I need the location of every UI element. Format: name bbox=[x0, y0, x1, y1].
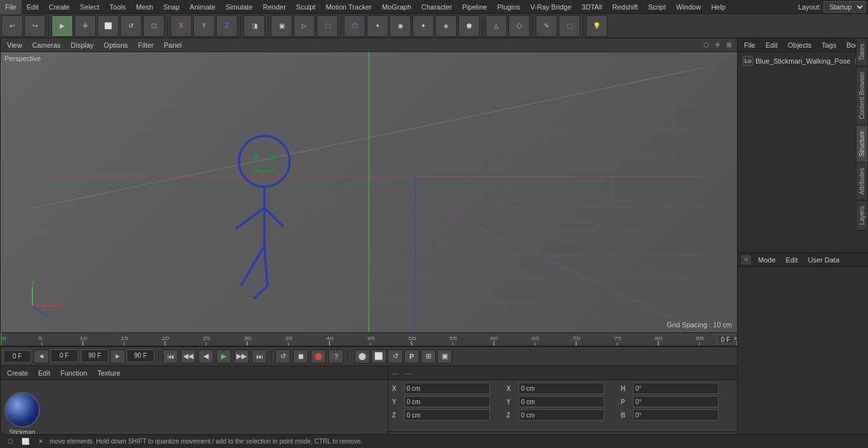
loop-button[interactable]: ↺ bbox=[275, 350, 290, 363]
coord-y-size-input[interactable] bbox=[519, 396, 604, 407]
vp-menu-panel[interactable]: Panel bbox=[161, 41, 184, 49]
play-backward-button[interactable]: ◀ bbox=[198, 350, 214, 363]
obj-menu-file[interactable]: File bbox=[742, 41, 758, 49]
obj-menu-objects[interactable]: Objects bbox=[785, 41, 814, 49]
layout-select[interactable]: Startup bbox=[824, 1, 865, 13]
menu-item-simulate[interactable]: Simulate bbox=[220, 0, 258, 14]
coord-x-size-input[interactable] bbox=[519, 383, 604, 394]
box-select-button[interactable]: ⬜ bbox=[97, 15, 119, 37]
coord-b-input[interactable] bbox=[633, 409, 719, 421]
menu-item-window[interactable]: Window bbox=[671, 0, 706, 14]
vp-menu-options[interactable]: Options bbox=[101, 41, 130, 49]
mat-menu-edit[interactable]: Edit bbox=[36, 369, 53, 377]
timeline-ruler[interactable]: 0 5 10 15 20 25 bbox=[1, 333, 737, 346]
side-tab-layers[interactable]: Layers bbox=[856, 200, 868, 231]
add-keyframe-button[interactable]: ⬤ bbox=[355, 350, 370, 363]
cube-button[interactable]: ⬡ bbox=[344, 15, 365, 37]
step-back-button[interactable]: ◀◀ bbox=[180, 350, 196, 363]
motion-clip-button[interactable]: ▣ bbox=[437, 350, 452, 363]
menu-item-mograph[interactable]: MoGraph bbox=[377, 0, 416, 14]
menu-item-v-ray-bridge[interactable]: V-Ray Bridge bbox=[526, 0, 577, 14]
side-tab-takes[interactable]: Takes bbox=[856, 38, 868, 66]
vp-menu-filter[interactable]: Filter bbox=[135, 41, 156, 49]
menu-item-tools[interactable]: Tools bbox=[104, 0, 131, 14]
menu-item-mesh[interactable]: Mesh bbox=[131, 0, 158, 14]
camera-button[interactable]: ◉ bbox=[390, 15, 411, 37]
deformer-button[interactable]: ⬟ bbox=[458, 15, 480, 37]
vp-menu-view[interactable]: View bbox=[4, 41, 25, 49]
mat-menu-create[interactable]: Create bbox=[4, 369, 31, 377]
render-region-button[interactable]: ▣ bbox=[271, 15, 292, 37]
end-frame-input[interactable] bbox=[81, 350, 109, 362]
play-forward-button[interactable]: ▶ bbox=[216, 350, 231, 363]
menu-item-redshift[interactable]: Redshift bbox=[607, 0, 643, 14]
viewport-3d[interactable]: X Y Z Perspective Grid Spacing : 10 cm bbox=[1, 52, 737, 332]
record-button[interactable]: ⬤ bbox=[311, 350, 326, 363]
spline-button[interactable]: ✦ bbox=[412, 15, 434, 37]
undo-button[interactable]: ↩ bbox=[1, 15, 23, 37]
material-ball-stickman[interactable] bbox=[4, 392, 40, 428]
menu-item-sculpt[interactable]: Sculpt bbox=[291, 0, 321, 14]
side-tab-structure[interactable]: Structure bbox=[856, 125, 868, 163]
menu-item-edit[interactable]: Edit bbox=[22, 0, 44, 14]
stop-button[interactable]: ◼ bbox=[293, 350, 308, 363]
menu-item-snap[interactable]: Snap bbox=[158, 0, 185, 14]
attr-menu-edit[interactable]: Edit bbox=[783, 256, 801, 264]
mat-menu-texture[interactable]: Texture bbox=[95, 369, 123, 377]
menu-item-plugins[interactable]: Plugins bbox=[492, 0, 525, 14]
go-to-start-button[interactable]: ⏮ bbox=[163, 350, 178, 363]
obj-menu-tags[interactable]: Tags bbox=[819, 41, 839, 49]
vp-settings-icon[interactable]: ⊞ bbox=[724, 41, 733, 50]
vp-menu-display[interactable]: Display bbox=[68, 41, 96, 49]
mat-menu-function[interactable]: Function bbox=[58, 369, 90, 377]
current-frame-input[interactable] bbox=[3, 350, 31, 363]
statusbar-icon1[interactable]: ⬡ bbox=[4, 436, 17, 447]
vp-menu-cameras[interactable]: Cameras bbox=[30, 41, 64, 49]
keyframe-box-button[interactable]: ⬜ bbox=[371, 350, 386, 363]
coord-p-input[interactable] bbox=[633, 396, 719, 407]
vp-expand-icon[interactable]: ⬡ bbox=[702, 41, 710, 50]
floor-button[interactable]: △ bbox=[485, 15, 507, 37]
attr-menu-userdata[interactable]: User Data bbox=[806, 256, 843, 264]
coord-z-size-input[interactable] bbox=[519, 409, 604, 421]
redo-button[interactable]: ↪ bbox=[24, 15, 46, 37]
rotate-button[interactable]: ↺ bbox=[120, 15, 142, 37]
menu-item-help[interactable]: Help bbox=[706, 0, 731, 14]
object-item-stickman[interactable]: Lo Blue_Stickman_Walking_Pose bbox=[740, 55, 868, 67]
menu-item-file[interactable]: File bbox=[0, 0, 22, 14]
menu-item-render[interactable]: Render bbox=[258, 0, 291, 14]
multi-button[interactable]: ⬡ bbox=[143, 15, 165, 37]
render-view-button[interactable]: ▷ bbox=[294, 15, 315, 37]
object-mode-button[interactable]: ◨ bbox=[243, 15, 265, 37]
menu-item-pipeline[interactable]: Pipeline bbox=[457, 0, 492, 14]
attr-menu-mode[interactable]: Mode bbox=[756, 256, 778, 264]
end-frame-input2[interactable] bbox=[126, 350, 154, 362]
light-button[interactable]: ✦ bbox=[367, 15, 388, 37]
coord-y-pos-input[interactable] bbox=[404, 396, 490, 407]
menu-item-create[interactable]: Create bbox=[44, 0, 75, 14]
material-item-stickman[interactable]: Stickman bbox=[4, 392, 40, 436]
next-frame-input-btn[interactable]: ▶ bbox=[110, 350, 125, 363]
pose-button[interactable]: P bbox=[404, 350, 419, 363]
vp-move-icon[interactable]: ✛ bbox=[713, 41, 722, 50]
menu-item-3dtall[interactable]: 3DTAll bbox=[576, 0, 607, 14]
menu-item-script[interactable]: Script bbox=[643, 0, 671, 14]
side-tab-attributes[interactable]: Attributes bbox=[856, 162, 868, 200]
y-axis-button[interactable]: Y bbox=[193, 15, 215, 37]
make-preview-button[interactable]: ⬚ bbox=[316, 15, 338, 37]
statusbar-icon2[interactable]: ⬜ bbox=[19, 436, 32, 447]
nurbs-button[interactable]: ◈ bbox=[435, 15, 457, 37]
step-forward-button[interactable]: ▶▶ bbox=[234, 350, 249, 363]
menu-item-motion-tracker[interactable]: Motion Tracker bbox=[320, 0, 377, 14]
scene-light-button[interactable]: 💡 bbox=[586, 15, 607, 37]
prev-frame-input-btn[interactable]: ◀ bbox=[34, 350, 49, 363]
obj-menu-edit[interactable]: Edit bbox=[763, 41, 780, 49]
move-button[interactable]: ✛ bbox=[74, 15, 96, 37]
go-to-end-button[interactable]: ⏭ bbox=[252, 350, 267, 363]
coord-h-input[interactable] bbox=[633, 383, 719, 394]
start-frame-input[interactable] bbox=[50, 350, 78, 362]
menu-item-select[interactable]: Select bbox=[75, 0, 105, 14]
select-mode-button[interactable]: ▶ bbox=[51, 15, 73, 37]
timeline-grid-button[interactable]: ⊞ bbox=[421, 350, 436, 363]
coord-x-pos-input[interactable] bbox=[404, 383, 490, 394]
